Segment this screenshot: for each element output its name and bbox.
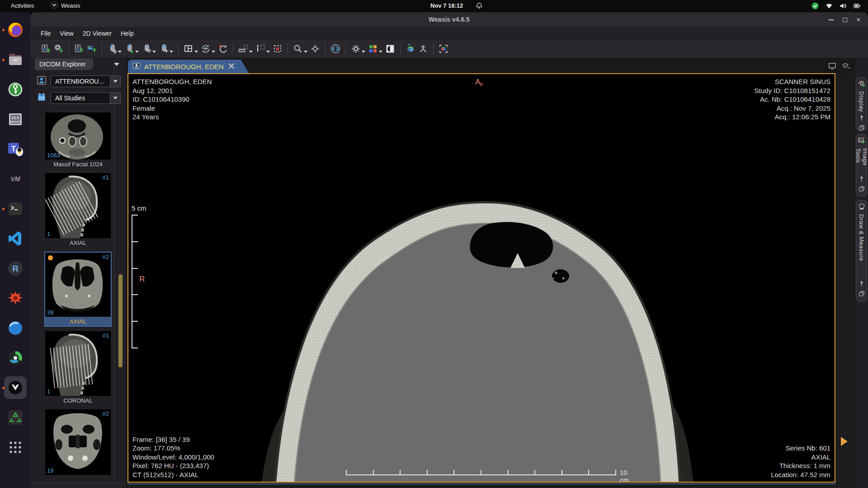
battery-icon	[854, 2, 861, 11]
screen-mode-icon[interactable]	[828, 62, 836, 71]
cube-3d-button[interactable]	[437, 42, 450, 56]
scrollbar-thumb[interactable]	[118, 274, 123, 367]
lut-icon	[368, 44, 378, 54]
measurement-tools-icon	[238, 44, 248, 54]
notification-bell-icon[interactable]	[476, 2, 483, 11]
menu-2d-viewer[interactable]: 2D Viewer	[78, 28, 116, 38]
export-dicom-button[interactable]	[73, 42, 85, 56]
lut-button[interactable]	[367, 42, 384, 56]
layout-button[interactable]	[182, 42, 199, 56]
window-level-icon	[351, 44, 361, 54]
series-thumbnail-image: #11	[45, 331, 111, 396]
ct-image-view[interactable]: ATTENBOROUGH, EDENAug 12, 2001ID: C10106…	[127, 73, 835, 483]
explorer-footer	[30, 483, 126, 488]
series-options-icon[interactable]	[842, 62, 851, 71]
dock-item-blue-sphere-app[interactable]	[0, 313, 30, 343]
dock-item-recycler[interactable]	[0, 403, 30, 432]
synchronize-icon	[201, 44, 211, 54]
series-title: AXIAL	[45, 238, 111, 247]
dock-item-files[interactable]	[0, 45, 30, 75]
menu-help[interactable]: Help	[116, 28, 138, 38]
image-tools-icon	[858, 137, 865, 146]
annotation-tools-button[interactable]	[254, 42, 271, 56]
mpr-3d-button[interactable]	[404, 42, 417, 56]
synchronize-button[interactable]	[199, 42, 217, 56]
mouse-window-level-button[interactable]	[106, 42, 123, 56]
mouse-context-menu-button[interactable]	[123, 42, 140, 56]
explorer-collapse-arrow-icon[interactable]	[114, 63, 119, 66]
wifi-icon	[826, 3, 833, 10]
series-thumbnail[interactable]: #11AXIAL	[45, 173, 111, 247]
pan-best-fit-button[interactable]	[309, 42, 321, 56]
clock[interactable]: Nov 7 18:12	[430, 2, 463, 9]
dropdown-arrow-icon	[249, 51, 253, 53]
volume-rendering-button[interactable]	[417, 42, 429, 56]
dock-item-texstudio[interactable]: T	[0, 134, 30, 164]
mouse-pan-button[interactable]	[157, 42, 175, 56]
flip-horizontal-button[interactable]	[329, 42, 342, 56]
export-image-button[interactable]	[85, 42, 98, 56]
app-menu[interactable]: Weasis	[51, 1, 80, 10]
toolbar-separator	[102, 43, 102, 55]
dock-item-media-green-app[interactable]	[0, 343, 30, 373]
invert-lut-button[interactable]	[384, 42, 396, 56]
minimize-button[interactable]	[829, 19, 834, 20]
orientation-marker-anterior: AF	[475, 78, 483, 87]
import-cd-button[interactable]	[52, 42, 65, 56]
toolbar-separator	[178, 43, 179, 55]
measurement-tools-button[interactable]	[237, 42, 254, 56]
menu-file[interactable]: File	[36, 28, 56, 38]
panel-tab-display[interactable]: Display	[856, 77, 867, 131]
delete-measurements-button[interactable]	[271, 42, 284, 56]
close-button[interactable]: ×	[856, 18, 861, 22]
menu-view[interactable]: View	[56, 28, 78, 38]
dock-item-vscode[interactable]	[0, 224, 30, 253]
import-dicom-icon	[41, 44, 51, 54]
patient-tab[interactable]: ATTENBOROUGH, EDEN	[128, 60, 249, 73]
firefox-icon	[4, 19, 27, 41]
study-filter-select[interactable]: All Studies	[51, 92, 121, 104]
zoom-button[interactable]	[292, 42, 309, 56]
dock-item-rstudio[interactable]: R	[0, 253, 30, 283]
maximize-button[interactable]	[843, 18, 847, 22]
series-thumbnail[interactable]: 1063Massif Facial 1024	[45, 113, 111, 169]
series-thumbnail[interactable]: #11CORONAL	[45, 331, 111, 405]
dock-item-keepassxc[interactable]	[0, 75, 30, 104]
dock-item-weasis[interactable]	[0, 373, 30, 403]
series-number-badge: #2	[103, 253, 109, 260]
panel-tab-image-tools[interactable]: Image Tools	[856, 134, 867, 197]
tab-close-icon[interactable]	[227, 62, 236, 71]
dock-item-texmaker[interactable]: TEXMAKER	[0, 104, 30, 134]
series-thumbnail[interactable]: #219	[45, 409, 111, 475]
panel-tab-draw-measure[interactable]: Draw & Measure	[856, 200, 867, 301]
ruler-tick	[373, 470, 374, 474]
delete-measurements-icon	[273, 44, 283, 54]
reset-button[interactable]	[217, 42, 229, 56]
mouse-series-scroll-button[interactable]	[140, 42, 157, 56]
series-thumbnail-list: 1063Massif Facial 1024#11AXIAL#239AXIAL#…	[30, 111, 126, 483]
scrollbar-track	[114, 60, 114, 486]
window-title: Weasis v4.6.5	[30, 16, 868, 23]
window-level-button[interactable]	[349, 42, 367, 56]
patient-select[interactable]: ATTENBOROU...	[51, 75, 121, 87]
dock-item-firefox[interactable]	[0, 15, 30, 45]
panel-expand-arrow[interactable]	[841, 437, 848, 446]
dock-item-red-starburst-app[interactable]	[0, 283, 30, 313]
dock-item-terminal[interactable]	[0, 194, 30, 224]
pan-best-fit-icon	[310, 44, 320, 54]
dock-item-show-apps[interactable]	[0, 432, 30, 462]
weasis-app-menu-icon	[51, 1, 58, 10]
volume-icon	[840, 2, 847, 11]
import-dicom-button[interactable]	[40, 42, 52, 56]
series-thumbnail[interactable]: #239AXIAL	[44, 252, 112, 327]
title-bar[interactable]: Weasis v4.6.5 ×	[30, 12, 868, 28]
pin-panel-icon	[859, 280, 864, 288]
dropdown-arrow-icon	[110, 76, 120, 87]
ruler-tick	[400, 470, 401, 474]
activities-button[interactable]: Activities	[11, 2, 34, 9]
dock-item-vmware[interactable]: VM	[0, 164, 30, 194]
show-apps-icon	[4, 436, 27, 459]
ruler-tick	[534, 470, 535, 474]
system-tray[interactable]	[811, 2, 861, 11]
mouse-series-scroll-icon	[142, 44, 151, 54]
